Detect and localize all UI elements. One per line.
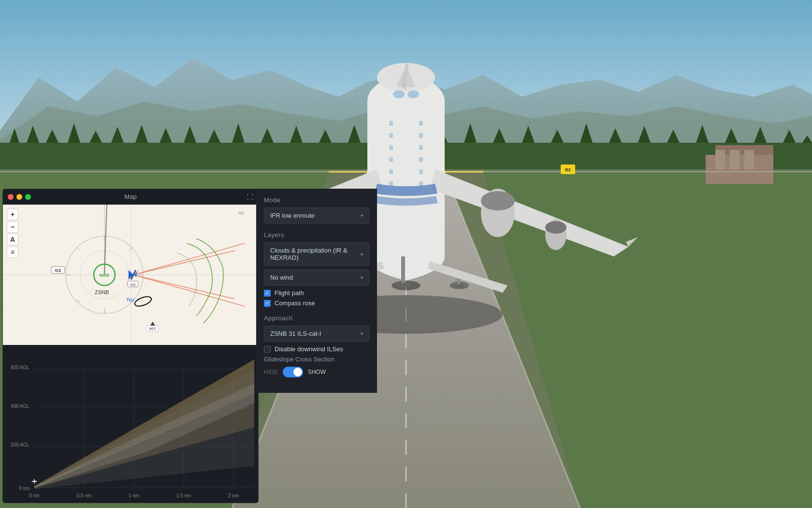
svg-text:DS: DS (130, 283, 135, 287)
zoom-a-btn[interactable]: A (7, 234, 18, 245)
svg-text:ZSNB: ZSNB (95, 289, 109, 295)
compass-rose-checkbox[interactable] (264, 300, 271, 307)
mode-dropdown-arrow: ▾ (361, 213, 363, 218)
approach-dropdown-arrow: ▾ (361, 331, 363, 336)
svg-text:200 AGL: 200 AGL (11, 442, 29, 448)
svg-text:MDT: MDT (149, 327, 157, 330)
approach-section: Approach ZSNB 31 ILS-cat-I ▾ Disable dow… (264, 314, 369, 377)
compass-rose-row: Compass rose (264, 299, 369, 307)
glideslope-toggle[interactable] (283, 367, 303, 377)
svg-rect-73 (389, 169, 393, 174)
svg-rect-72 (389, 157, 393, 162)
elevation-svg: 600 AGL 400 AGL 200 AGL 0 nm 0 nm 0.5 nm… (3, 345, 258, 503)
compass-rose-label: Compass rose (275, 299, 315, 307)
show-label: SHOW (308, 369, 326, 375)
approach-label: Approach (264, 314, 369, 322)
flight-path-row: Flight path (264, 289, 369, 297)
svg-rect-47 (715, 150, 725, 169)
glideslope-label: Glideslope Cross Section (264, 356, 369, 363)
svg-text:NC: NC (238, 210, 245, 215)
svg-rect-85 (396, 283, 410, 287)
layer2-dropdown-arrow: ▾ (361, 275, 363, 280)
map-panel-titlebar: Map ⛶ (3, 189, 258, 205)
svg-rect-78 (419, 157, 423, 162)
window-controls (8, 194, 31, 200)
svg-rect-89 (453, 284, 464, 288)
layer1-dropdown[interactable]: Clouds & precipitation (IR & NEXRAD) ▾ (264, 242, 369, 266)
svg-text:2 nm: 2 nm (228, 493, 239, 498)
svg-text:0 nm: 0 nm (19, 486, 29, 491)
svg-rect-49 (744, 150, 754, 169)
mode-label: Mode (264, 196, 369, 204)
mode-section: Mode IFR low enroute ▾ (264, 196, 369, 224)
flight-path-checkbox[interactable] (264, 290, 271, 297)
elevation-panel: 600 AGL 400 AGL 200 AGL 0 nm 0 nm 0.5 nm… (3, 345, 258, 503)
map-zoom-controls: + − A ≡ (7, 209, 18, 258)
svg-text:GS: GS (55, 268, 61, 273)
map-svg: GS NGB ZSNB You DS (3, 205, 258, 345)
approach-selected-value: ZSNB 31 ILS-cat-I (270, 330, 321, 337)
svg-rect-48 (730, 150, 740, 169)
layer1-selected-value: Clouds & precipitation (IR & NEXRAD) (270, 247, 361, 261)
zoom-in-btn[interactable]: + (7, 209, 18, 220)
svg-rect-77 (419, 145, 423, 150)
map-expand-btn[interactable]: ⛶ (246, 193, 253, 201)
svg-rect-75 (419, 121, 423, 126)
svg-rect-70 (389, 133, 393, 138)
map-panel-title: Map (124, 193, 136, 200)
svg-text:0 nm: 0 nm (29, 493, 40, 498)
svg-rect-76 (419, 133, 423, 138)
toggle-knob (293, 368, 302, 376)
disable-downwind-checkbox[interactable] (264, 346, 271, 353)
flight-path-label: Flight path (275, 289, 304, 297)
glideslope-toggle-row: HIDE SHOW (264, 367, 369, 377)
map-content: + − A ≡ (3, 205, 258, 345)
layers-label: Layers (264, 231, 369, 239)
window-max-btn[interactable] (25, 194, 31, 200)
hide-label: HIDE (264, 369, 278, 375)
settings-panel: Mode IFR low enroute ▾ Layers Clouds & p… (256, 189, 377, 393)
svg-rect-79 (419, 169, 423, 174)
window-close-btn[interactable] (8, 194, 14, 200)
mode-selected-value: IFR low enroute (270, 212, 315, 219)
svg-point-62 (481, 191, 515, 210)
svg-rect-84 (401, 256, 405, 285)
disable-downwind-row: Disable downwind ILSes (264, 345, 369, 353)
zoom-out-btn[interactable]: − (7, 221, 18, 233)
svg-text:NGB: NGB (100, 273, 110, 278)
layer2-dropdown[interactable]: No wind ▾ (264, 269, 369, 285)
layer2-selected-value: No wind (270, 274, 293, 281)
svg-text:0.5 nm: 0.5 nm (77, 493, 92, 498)
svg-text:You: You (126, 297, 134, 302)
zoom-layers-btn[interactable]: ≡ (7, 246, 18, 258)
svg-rect-71 (389, 145, 393, 150)
svg-point-68 (407, 90, 419, 98)
approach-dropdown[interactable]: ZSNB 31 ILS-cat-I ▾ (264, 326, 369, 342)
svg-text:600 AGL: 600 AGL (11, 365, 29, 370)
svg-text:400 AGL: 400 AGL (11, 403, 29, 409)
disable-downwind-label: Disable downwind ILSes (275, 345, 343, 353)
svg-text:1 nm: 1 nm (129, 493, 139, 498)
map-panel: Map ⛶ + − A ≡ (2, 189, 259, 503)
svg-point-66 (545, 221, 566, 234)
mode-dropdown[interactable]: IFR low enroute ▾ (264, 208, 369, 224)
svg-text:1.5 nm: 1.5 nm (176, 493, 191, 498)
svg-rect-69 (389, 121, 393, 126)
window-min-btn[interactable] (16, 194, 22, 200)
svg-point-67 (393, 90, 405, 98)
layers-section: Layers Clouds & precipitation (IR & NEXR… (264, 231, 369, 307)
layer1-dropdown-arrow: ▾ (361, 252, 363, 257)
